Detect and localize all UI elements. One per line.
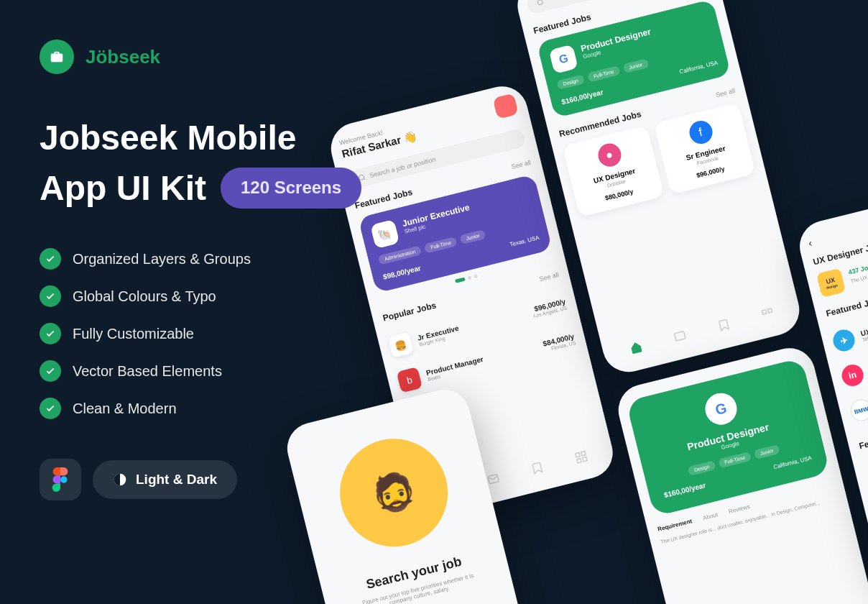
phone-detail: G Product Designer Google Design Full-Ti… <box>613 343 868 604</box>
check-icon <box>40 323 61 344</box>
job-tag: Junior <box>460 229 486 244</box>
recommended-card[interactable]: f Sr Engineer Facebook $96,000/y <box>654 102 756 194</box>
svg-point-9 <box>537 0 543 5</box>
job-tag: Full-Time <box>718 452 752 468</box>
search-icon <box>536 0 545 7</box>
svg-rect-11 <box>762 310 766 314</box>
job-salary: $160,00/year <box>560 88 604 106</box>
nav-mail-icon[interactable] <box>671 327 688 344</box>
feature-label: Global Colours & Typo <box>73 288 216 305</box>
company-logo-icon: f <box>687 119 715 147</box>
nav-home-icon[interactable] <box>627 339 645 356</box>
nav-grid-icon[interactable] <box>572 449 589 466</box>
job-tag: Full-Time <box>424 237 458 253</box>
feature-label: Vector Based Elements <box>73 363 222 380</box>
check-icon <box>40 285 61 307</box>
job-location: California, USA <box>772 454 813 472</box>
job-tag: Design <box>556 74 585 90</box>
feature-item: Clean & Modern <box>40 398 413 419</box>
list-item[interactable]: ✈ UX Designer Telegram <box>829 285 868 361</box>
job-title: UX Designer <box>860 319 868 337</box>
tab-requirement[interactable]: Requirement <box>657 518 693 533</box>
brand-logo-row: Jöbseek <box>40 40 413 74</box>
job-tag: Junior <box>754 444 780 459</box>
features-list: Organized Layers & Groups Global Colours… <box>40 248 413 419</box>
brand-name: Jöbseek <box>86 46 160 68</box>
see-all-link[interactable]: See all <box>539 271 560 283</box>
see-all-link[interactable]: See all <box>715 87 736 99</box>
check-icon <box>40 360 61 382</box>
job-tag: Junior <box>622 58 649 73</box>
hero-title-line2: App UI Kit <box>40 168 206 209</box>
nav-grid-icon[interactable] <box>759 306 776 323</box>
feature-label: Fully Customizable <box>73 326 194 342</box>
featured-heading: Featured Jobs <box>825 295 868 319</box>
tab-reviews[interactable]: Reviews <box>728 503 751 515</box>
theme-mode-chip: Light & Dark <box>93 460 237 499</box>
ux-badge-icon: UXdesign <box>816 268 846 298</box>
feature-item: Global Colours & Typo <box>40 285 413 307</box>
brand-logo-icon <box>40 40 74 74</box>
feature-item: Fully Customizable <box>40 323 413 344</box>
svg-rect-12 <box>767 308 772 313</box>
see-all-link[interactable]: See all <box>511 159 532 170</box>
svg-rect-7 <box>576 459 581 463</box>
svg-point-0 <box>60 476 67 482</box>
nav-bookmark-icon[interactable] <box>528 459 545 477</box>
feature-label: Clean & Modern <box>73 401 177 417</box>
hero-title-line1: Jobseek Mobile <box>40 117 413 159</box>
company-logo-icon: G <box>702 390 740 428</box>
feature-item: Vector Based Elements <box>40 360 413 382</box>
svg-rect-10 <box>674 331 685 341</box>
figma-icon <box>40 459 81 500</box>
company-logo-icon: ✈ <box>831 327 857 353</box>
contrast-icon <box>113 472 127 487</box>
job-location: Texas, USA <box>509 234 540 250</box>
feature-item: Organized Layers & Groups <box>40 248 413 270</box>
check-icon <box>40 398 61 419</box>
check-icon <box>40 248 61 270</box>
svg-rect-8 <box>582 457 586 462</box>
company-logo-icon: BMW <box>848 397 868 423</box>
back-icon[interactable]: ‹ <box>807 197 868 249</box>
feature-label: Organized Layers & Groups <box>73 251 251 267</box>
company-logo-icon: in <box>839 362 865 388</box>
theme-mode-label: Light & Dark <box>136 472 217 488</box>
job-location: California, USA <box>679 60 719 77</box>
svg-rect-5 <box>575 453 579 457</box>
tab-about[interactable]: About <box>702 511 718 521</box>
nav-bookmark-icon[interactable] <box>715 316 732 334</box>
job-salary: $160,00/year <box>663 481 706 499</box>
company-logo-icon: G <box>549 45 578 74</box>
featured-heading: Featured <box>858 433 868 452</box>
screens-badge: 120 Screens <box>221 168 361 209</box>
svg-rect-6 <box>581 452 585 456</box>
company-logo-icon: ● <box>596 141 624 169</box>
recommended-card[interactable]: ● UX Designer Dribbble $80,000/y <box>562 125 664 217</box>
job-tag: Design <box>688 460 716 476</box>
job-tag: Full-Time <box>587 65 621 82</box>
